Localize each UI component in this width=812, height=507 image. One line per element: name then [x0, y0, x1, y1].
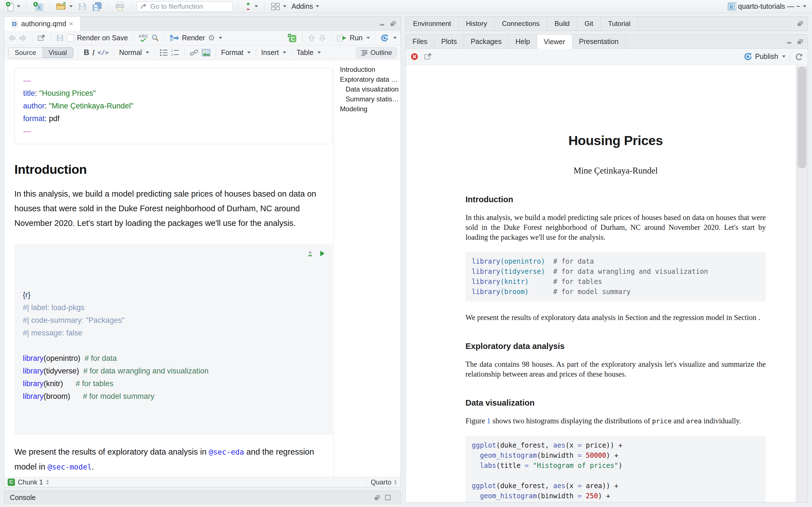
paragraph-style-select[interactable]: Normal	[119, 48, 142, 57]
env-maximize-icon[interactable]	[797, 20, 804, 27]
tab-close-icon[interactable]: ×	[69, 19, 73, 28]
chunk-options-icon[interactable]	[307, 250, 313, 257]
bold-button[interactable]: B	[84, 48, 89, 57]
tab-environment[interactable]: Environment	[406, 17, 459, 31]
pdf-scrollbar-thumb[interactable]	[798, 67, 806, 168]
minimize-pane-icon[interactable]	[379, 21, 386, 26]
pdf-scrollbar[interactable]	[796, 66, 808, 502]
render-icon[interactable]	[169, 34, 179, 42]
render-options-caret[interactable]	[219, 37, 222, 39]
viewer-toolbar: Publish	[406, 49, 808, 64]
save-button[interactable]	[77, 1, 88, 11]
inline-code-button[interactable]: </>	[98, 49, 109, 56]
run-label[interactable]: Run	[350, 34, 363, 42]
table-menu-caret[interactable]	[317, 52, 321, 54]
go-next-section-icon[interactable]	[318, 34, 326, 42]
tab-build[interactable]: Build	[547, 17, 577, 31]
viewer-popout-icon[interactable]	[424, 53, 432, 61]
tab-tutorial[interactable]: Tutorial	[601, 17, 638, 31]
goto-file-placeholder: Go to file/function	[150, 3, 203, 10]
format-menu-caret[interactable]	[247, 52, 251, 54]
viewer-maximize-icon[interactable]	[797, 39, 804, 45]
search-icon[interactable]	[151, 34, 159, 42]
table-menu[interactable]: Table	[297, 48, 313, 57]
addins-button[interactable]: Addins	[290, 2, 320, 11]
new-project-button[interactable]: R	[32, 1, 44, 12]
render-on-save-checkbox[interactable]	[67, 34, 74, 42]
paragraph-style-caret[interactable]	[146, 52, 149, 54]
rerun-icon[interactable]	[380, 34, 389, 42]
pdf-heading-eda: Exploratory data analysis	[465, 342, 766, 351]
save-icon[interactable]	[56, 34, 64, 42]
goto-file-input[interactable]: Go to file/function	[137, 1, 233, 11]
run-caret[interactable]	[366, 37, 370, 39]
insert-menu[interactable]: Insert	[261, 48, 279, 57]
tab-help[interactable]: Help	[509, 35, 537, 48]
new-file-button[interactable]	[4, 1, 21, 12]
numbered-list-icon[interactable]: 12	[171, 49, 179, 56]
outline-item-eda[interactable]: Exploratory data …	[340, 74, 401, 84]
tab-presentation[interactable]: Presentation	[572, 35, 626, 48]
position-updown-icon	[46, 480, 49, 485]
tab-git[interactable]: Git	[577, 17, 601, 31]
pdf-paragraph-eda: The data contains 98 houses. As part of …	[465, 359, 766, 379]
spellcheck-icon[interactable]: ABC	[139, 34, 149, 42]
version-control-button[interactable]	[243, 1, 259, 12]
pdf-title: Housing Prices	[465, 133, 766, 148]
doc-paragraph-crossrefs[interactable]: We present the results of exploratory da…	[14, 445, 333, 474]
outline-toggle-button[interactable]: Outline	[356, 47, 397, 58]
tab-files[interactable]: Files	[406, 35, 435, 48]
console-title[interactable]: Console	[10, 494, 36, 502]
maximize-pane-icon[interactable]	[389, 20, 397, 27]
project-menu-button[interactable]: R quarto-tutorials — ~	[726, 1, 808, 12]
pane-layout-icon	[271, 2, 280, 11]
save-all-icon	[92, 2, 102, 11]
tab-packages[interactable]: Packages	[464, 35, 509, 48]
tab-viewer[interactable]: Viewer	[537, 35, 572, 49]
insert-menu-caret[interactable]	[283, 52, 286, 54]
outline-item-introduction[interactable]: Introduction	[340, 64, 401, 74]
tab-history[interactable]: History	[459, 17, 495, 31]
publish-button[interactable]: Publish	[744, 52, 785, 61]
render-label[interactable]: Render	[182, 34, 205, 42]
forward-icon[interactable]	[19, 34, 27, 42]
format-menu[interactable]: Format	[221, 48, 243, 57]
refresh-viewer-icon[interactable]	[795, 52, 803, 61]
console-restore-icon[interactable]	[385, 495, 391, 501]
open-file-button[interactable]	[55, 1, 74, 11]
yaml-metadata-block[interactable]: ---title: "Housing Prices"author: "Mine …	[14, 68, 333, 144]
render-options-gear-icon[interactable]: ⚙	[208, 33, 215, 43]
doc-heading-introduction[interactable]: Introduction	[14, 162, 334, 177]
environment-pane: Environment History Connections Build Gi…	[405, 16, 808, 31]
stop-viewer-icon[interactable]	[410, 52, 419, 61]
source-mode-button[interactable]: Source	[8, 48, 42, 58]
doc-paragraph-intro[interactable]: In this analysis, we build a model predi…	[14, 186, 333, 230]
link-icon[interactable]	[190, 49, 199, 57]
image-icon[interactable]	[202, 49, 211, 57]
tab-connections[interactable]: Connections	[495, 17, 547, 31]
rerun-caret[interactable]	[393, 37, 397, 39]
insert-chunk-icon[interactable]: C	[287, 33, 297, 43]
file-type-label[interactable]: Quarto	[371, 478, 391, 486]
tab-plots[interactable]: Plots	[435, 35, 464, 48]
outline-item-summary-statistics[interactable]: Summary statis…	[340, 94, 401, 104]
visual-editor-canvas[interactable]: ---title: "Housing Prices"author: "Mine …	[4, 60, 334, 477]
back-icon[interactable]	[8, 34, 16, 42]
bullet-list-icon[interactable]	[160, 49, 168, 56]
run-chunk-icon[interactable]	[319, 250, 325, 257]
italic-button[interactable]: I	[92, 48, 94, 57]
popout-window-icon[interactable]	[37, 34, 46, 42]
editor-tab-authoring[interactable]: authoring.qmd ×	[4, 17, 80, 31]
print-button[interactable]	[114, 1, 126, 11]
cursor-position-label[interactable]: Chunk 1	[18, 478, 43, 486]
visual-mode-button[interactable]: Visual	[42, 48, 73, 58]
go-prev-section-icon[interactable]	[308, 34, 315, 42]
outline-item-modeling[interactable]: Modeling	[340, 104, 401, 114]
workspace-panes-button[interactable]	[269, 2, 288, 11]
viewer-minimize-icon[interactable]	[786, 39, 793, 44]
code-chunk-load-pkgs[interactable]: {r}#| label: load-pkgs#| code-summary: "…	[14, 244, 333, 435]
console-maximize-icon[interactable]	[373, 495, 381, 501]
run-icon[interactable]	[337, 34, 347, 42]
outline-item-data-visualization[interactable]: Data visualization	[340, 84, 401, 94]
save-all-button[interactable]	[91, 1, 103, 12]
